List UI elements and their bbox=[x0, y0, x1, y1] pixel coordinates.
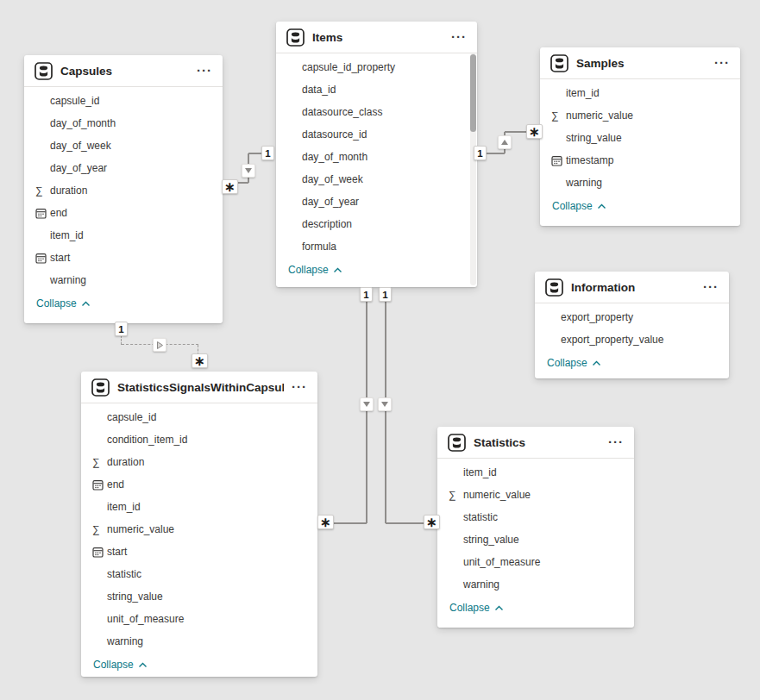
field-row[interactable]: string_value bbox=[437, 528, 634, 551]
field-row[interactable]: day_of_week bbox=[276, 168, 477, 191]
model-canvas[interactable]: Capsules···capsule_idday_of_monthday_of_… bbox=[0, 0, 760, 700]
field-row[interactable]: day_of_month bbox=[276, 146, 477, 168]
field-row[interactable]: item_id bbox=[540, 82, 740, 104]
more-options-button[interactable]: ··· bbox=[714, 59, 730, 66]
field-row[interactable]: formula bbox=[276, 235, 477, 258]
cardinality-label: 1 bbox=[474, 146, 487, 160]
field-label: capsule_id bbox=[50, 95, 99, 107]
more-options-button[interactable]: ··· bbox=[451, 34, 467, 41]
field-row[interactable]: ∑numeric_value bbox=[81, 518, 317, 541]
filter-arrow-up-icon[interactable] bbox=[498, 135, 512, 149]
more-options-button[interactable]: ··· bbox=[608, 439, 624, 446]
more-options-button[interactable]: ··· bbox=[292, 384, 307, 391]
field-label: string_value bbox=[566, 132, 622, 144]
field-label: warning bbox=[107, 635, 143, 647]
entity-header[interactable]: Samples··· bbox=[540, 47, 740, 79]
field-row[interactable]: warning bbox=[437, 573, 634, 596]
field-label: warning bbox=[50, 274, 86, 286]
collapse-link[interactable]: Collapse bbox=[93, 659, 148, 671]
field-label: string_value bbox=[107, 591, 163, 603]
field-row[interactable]: warning bbox=[24, 269, 223, 291]
field-label: item_id bbox=[566, 87, 600, 99]
collapse-link[interactable]: Collapse bbox=[552, 200, 606, 212]
calendar-icon bbox=[551, 155, 566, 166]
entity-header[interactable]: Statistics··· bbox=[437, 427, 634, 459]
field-row[interactable]: capsule_id bbox=[24, 90, 223, 112]
field-row[interactable]: day_of_year bbox=[24, 157, 223, 179]
field-row[interactable]: unit_of_measure bbox=[81, 608, 317, 630]
field-row[interactable]: start bbox=[24, 247, 223, 269]
filter-arrow-down-icon[interactable] bbox=[360, 397, 374, 411]
field-label: capsule_id_property bbox=[302, 61, 395, 73]
field-row[interactable]: item_id bbox=[24, 224, 223, 247]
field-row[interactable]: item_id bbox=[437, 461, 634, 484]
collapse-link[interactable]: Collapse bbox=[36, 297, 91, 309]
field-row[interactable]: datasource_id bbox=[276, 123, 477, 146]
relationship-line[interactable] bbox=[366, 301, 367, 523]
collapse-link[interactable]: Collapse bbox=[288, 264, 342, 276]
field-row[interactable]: ∑numeric_value bbox=[437, 484, 634, 506]
field-row[interactable]: capsule_id bbox=[81, 406, 317, 428]
field-row[interactable]: condition_item_id bbox=[81, 428, 317, 451]
field-label: numeric_value bbox=[107, 523, 174, 535]
cardinality-label: 1 bbox=[379, 287, 392, 302]
collapse-link[interactable]: Collapse bbox=[449, 602, 504, 614]
field-row[interactable]: export_property_value bbox=[535, 328, 729, 351]
field-label: duration bbox=[107, 456, 144, 468]
cardinality-label: ∗ bbox=[192, 353, 208, 368]
entity-card-items: Items···capsule_id_propertydata_iddataso… bbox=[276, 22, 477, 287]
entity-title: Capsules bbox=[60, 65, 189, 78]
field-row[interactable]: ∑numeric_value bbox=[540, 104, 740, 127]
more-options-button[interactable]: ··· bbox=[703, 284, 719, 291]
entity-header[interactable]: Capsules··· bbox=[24, 55, 223, 87]
sigma-icon: ∑ bbox=[92, 524, 107, 534]
chevron-up-icon bbox=[592, 357, 601, 369]
relationship-line[interactable] bbox=[385, 301, 386, 523]
field-row[interactable]: end bbox=[24, 202, 223, 224]
field-list: capsule_id_propertydata_iddatasource_cla… bbox=[276, 53, 477, 258]
collapse-label: Collapse bbox=[449, 602, 490, 614]
calendar-icon bbox=[92, 547, 107, 558]
filter-arrow-right-icon[interactable] bbox=[153, 338, 166, 352]
field-label: warning bbox=[566, 177, 602, 189]
field-row[interactable]: day_of_month bbox=[24, 112, 223, 134]
filter-arrow-down-icon[interactable] bbox=[378, 397, 392, 411]
field-row[interactable]: capsule_id_property bbox=[276, 56, 477, 78]
entity-header[interactable]: Items··· bbox=[276, 22, 477, 53]
field-row[interactable]: end bbox=[81, 473, 317, 496]
field-row[interactable]: timestamp bbox=[540, 149, 740, 172]
field-row[interactable]: day_of_week bbox=[24, 134, 223, 157]
filter-arrow-down-icon[interactable] bbox=[242, 164, 255, 178]
chevron-up-icon bbox=[597, 200, 606, 212]
field-row[interactable]: export_property bbox=[535, 306, 729, 328]
entity-card-capsules: Capsules···capsule_idday_of_monthday_of_… bbox=[24, 55, 223, 323]
field-row[interactable]: datasource_class bbox=[276, 101, 477, 123]
field-label: formula bbox=[302, 241, 336, 253]
field-row[interactable]: ∑duration bbox=[81, 451, 317, 473]
field-label: numeric_value bbox=[463, 489, 531, 501]
field-label: datasource_class bbox=[302, 106, 382, 118]
field-row[interactable]: item_id bbox=[81, 496, 317, 518]
field-row[interactable]: day_of_year bbox=[276, 191, 477, 213]
field-row[interactable]: description bbox=[276, 213, 477, 235]
field-row[interactable]: warning bbox=[540, 172, 740, 194]
entity-header[interactable]: StatisticsSignalsWithinCapsules··· bbox=[81, 372, 317, 403]
more-options-button[interactable]: ··· bbox=[197, 67, 212, 74]
collapse-label: Collapse bbox=[288, 264, 329, 276]
field-row[interactable]: string_value bbox=[540, 127, 740, 149]
field-label: start bbox=[107, 546, 127, 558]
entity-header[interactable]: Information··· bbox=[535, 272, 729, 303]
field-row[interactable]: string_value bbox=[81, 585, 317, 608]
field-row[interactable]: data_id bbox=[276, 78, 477, 101]
field-row[interactable]: statistic bbox=[437, 506, 634, 528]
field-row[interactable]: unit_of_measure bbox=[437, 551, 634, 573]
field-row[interactable]: start bbox=[81, 541, 317, 563]
collapse-link[interactable]: Collapse bbox=[547, 357, 601, 369]
relationship-line[interactable] bbox=[331, 522, 367, 524]
triangle-down bbox=[363, 402, 370, 407]
field-row[interactable]: ∑duration bbox=[24, 179, 223, 202]
chevron-up-icon bbox=[81, 297, 91, 309]
field-row[interactable]: statistic bbox=[81, 563, 317, 585]
field-row[interactable]: warning bbox=[81, 630, 317, 653]
scrollbar-thumb[interactable] bbox=[470, 54, 476, 132]
